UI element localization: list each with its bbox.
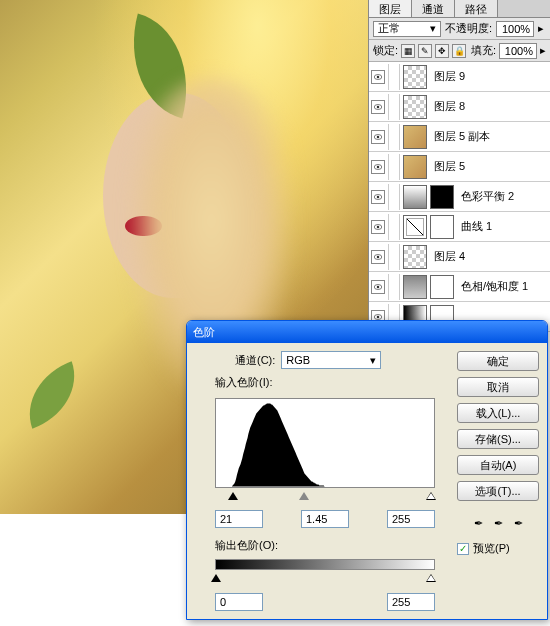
preview-checkbox-row[interactable]: ✓ 预览(P) xyxy=(457,541,539,556)
fill-input[interactable]: 100% xyxy=(499,43,537,59)
lock-transparency-icon[interactable]: ▦ xyxy=(401,44,415,58)
ok-button[interactable]: 确定 xyxy=(457,351,539,371)
link-column xyxy=(388,214,400,240)
eyedropper-white-icon[interactable]: ✒ xyxy=(510,515,526,531)
chevron-right-icon[interactable]: ▸ xyxy=(538,22,544,35)
preview-checkbox[interactable]: ✓ xyxy=(457,543,469,555)
input-levels-label: 输入色阶(I): xyxy=(215,375,449,390)
blend-mode-row: 正常 ▾ 不透明度: 100% ▸ xyxy=(369,18,550,40)
svg-point-9 xyxy=(377,195,380,198)
input-slider-track[interactable] xyxy=(215,494,435,505)
layer-thumbnail[interactable] xyxy=(403,155,427,179)
output-black-slider[interactable] xyxy=(211,574,221,582)
link-column xyxy=(388,124,400,150)
eyedropper-row: ✒ ✒ ✒ xyxy=(457,515,539,531)
svg-point-7 xyxy=(377,165,380,168)
layer-row[interactable]: 图层 8 xyxy=(369,92,550,122)
layer-row[interactable]: 图层 9 xyxy=(369,62,550,92)
cancel-button[interactable]: 取消 xyxy=(457,377,539,397)
layer-thumbnail[interactable] xyxy=(403,125,427,149)
blend-mode-select[interactable]: 正常 ▾ xyxy=(373,21,441,37)
black-point-slider[interactable] xyxy=(228,492,238,500)
dialog-titlebar[interactable]: 色阶 xyxy=(187,321,547,343)
output-gradient xyxy=(215,559,435,570)
visibility-toggle[interactable] xyxy=(371,190,385,204)
chevron-down-icon: ▾ xyxy=(370,354,376,367)
opacity-input[interactable]: 100% xyxy=(496,21,534,37)
layer-name-label: 图层 5 xyxy=(434,159,465,174)
load-button[interactable]: 载入(L)... xyxy=(457,403,539,423)
layer-name-label: 图层 5 副本 xyxy=(434,129,490,144)
visibility-toggle[interactable] xyxy=(371,160,385,174)
levels-dialog: 色阶 通道(C): RGB ▾ 输入色阶(I): 21 1.45 xyxy=(186,320,548,620)
visibility-toggle[interactable] xyxy=(371,70,385,84)
layer-row[interactable]: 图层 5 副本 xyxy=(369,122,550,152)
layer-name-label: 图层 9 xyxy=(434,69,465,84)
fill-label: 填充: xyxy=(471,43,496,58)
output-black-field[interactable]: 0 xyxy=(215,593,263,611)
svg-point-17 xyxy=(377,315,380,318)
layer-thumbnail[interactable] xyxy=(403,95,427,119)
output-white-field[interactable]: 255 xyxy=(387,593,435,611)
output-white-slider[interactable] xyxy=(426,574,436,582)
leaf-decoration xyxy=(15,361,88,429)
input-white-field[interactable]: 255 xyxy=(387,510,435,528)
visibility-toggle[interactable] xyxy=(371,280,385,294)
eyedropper-gray-icon[interactable]: ✒ xyxy=(490,515,506,531)
preview-label: 预览(P) xyxy=(473,541,510,556)
layer-thumbnail[interactable] xyxy=(403,215,427,239)
layer-thumbnail[interactable] xyxy=(403,275,427,299)
gamma-slider[interactable] xyxy=(299,492,309,500)
layer-mask-thumbnail[interactable] xyxy=(430,275,454,299)
visibility-toggle[interactable] xyxy=(371,250,385,264)
link-column xyxy=(388,64,400,90)
layer-thumbnail[interactable] xyxy=(403,185,427,209)
lock-brush-icon[interactable]: ✎ xyxy=(418,44,432,58)
white-point-slider[interactable] xyxy=(426,492,436,500)
input-gamma-field[interactable]: 1.45 xyxy=(301,510,349,528)
svg-point-15 xyxy=(377,285,380,288)
input-black-field[interactable]: 21 xyxy=(215,510,263,528)
layer-name-label: 曲线 1 xyxy=(461,219,492,234)
lips-region xyxy=(125,216,162,237)
layer-thumbnail[interactable] xyxy=(403,65,427,89)
leaf-decoration xyxy=(115,13,206,118)
layer-mask-thumbnail[interactable] xyxy=(430,185,454,209)
link-column xyxy=(388,184,400,210)
auto-button[interactable]: 自动(A) xyxy=(457,455,539,475)
svg-point-13 xyxy=(377,255,380,258)
layer-mask-thumbnail[interactable] xyxy=(430,215,454,239)
link-column xyxy=(388,274,400,300)
layer-row[interactable]: 色相/饱和度 1 xyxy=(369,272,550,302)
output-slider-track[interactable] xyxy=(215,576,435,587)
lock-all-icon[interactable]: 🔒 xyxy=(452,44,466,58)
tab-channels[interactable]: 通道 xyxy=(412,0,455,17)
layer-row[interactable]: 图层 5 xyxy=(369,152,550,182)
visibility-toggle[interactable] xyxy=(371,100,385,114)
save-button[interactable]: 存储(S)... xyxy=(457,429,539,449)
visibility-toggle[interactable] xyxy=(371,220,385,234)
layer-row[interactable]: 曲线 1 xyxy=(369,212,550,242)
fill-value: 100% xyxy=(505,45,533,57)
chevron-right-icon[interactable]: ▸ xyxy=(540,44,546,57)
dialog-title: 色阶 xyxy=(193,325,215,340)
svg-point-3 xyxy=(377,105,380,108)
layer-name-label: 色彩平衡 2 xyxy=(461,189,514,204)
lock-label: 锁定: xyxy=(373,43,398,58)
layer-row[interactable]: 图层 4 xyxy=(369,242,550,272)
chevron-down-icon: ▾ xyxy=(430,22,436,35)
channel-select[interactable]: RGB ▾ xyxy=(281,351,381,369)
panel-tabs: 图层 通道 路径 xyxy=(369,0,550,18)
face-region xyxy=(103,93,243,299)
lock-row: 锁定: ▦ ✎ ✥ 🔒 填充: 100% ▸ xyxy=(369,40,550,62)
tab-paths[interactable]: 路径 xyxy=(455,0,498,17)
visibility-toggle[interactable] xyxy=(371,130,385,144)
tab-layers[interactable]: 图层 xyxy=(369,0,412,17)
layer-row[interactable]: 色彩平衡 2 xyxy=(369,182,550,212)
layer-thumbnail[interactable] xyxy=(403,245,427,269)
eyedropper-black-icon[interactable]: ✒ xyxy=(470,515,486,531)
lock-move-icon[interactable]: ✥ xyxy=(435,44,449,58)
link-column xyxy=(388,244,400,270)
channel-value: RGB xyxy=(286,354,310,366)
options-button[interactable]: 选项(T)... xyxy=(457,481,539,501)
